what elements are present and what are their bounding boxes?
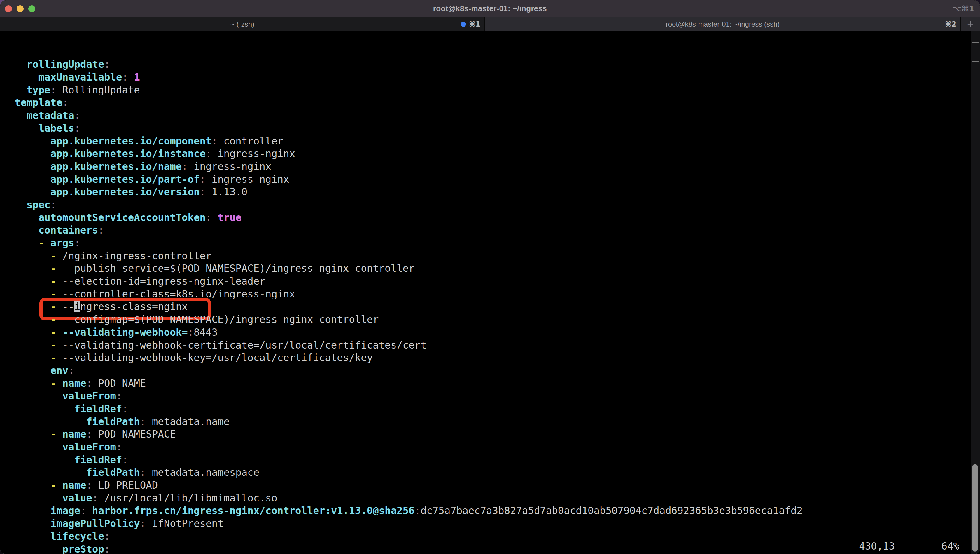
scrollbar-search-mark	[972, 61, 978, 62]
window-title: root@k8s-master-01: ~/ingress	[0, 4, 980, 13]
terminal-line: metadata:	[3, 109, 980, 122]
terminal-line: - --election-id=ingress-nginx-leader	[3, 275, 980, 288]
terminal-line: fieldPath: metadata.namespace	[3, 466, 980, 479]
cursor-position: 430,13	[859, 540, 895, 553]
terminal-line: maxUnavailable: 1	[3, 71, 980, 84]
terminal-window: root@k8s-master-01: ~/ingress ⌥⌘1 ~ (-zs…	[0, 0, 980, 554]
scroll-percent: 64%	[942, 540, 959, 553]
terminal-line: - name: POD_NAME	[3, 377, 980, 390]
scrollbar-track[interactable]	[970, 31, 980, 554]
new-tab-button[interactable]: +	[961, 17, 980, 31]
terminal-line: app.kubernetes.io/instance: ingress-ngin…	[3, 147, 980, 160]
title-bar[interactable]: root@k8s-master-01: ~/ingress ⌥⌘1	[0, 0, 980, 17]
terminal-lines: rollingUpdate: maxUnavailable: 1 type: R…	[3, 58, 980, 554]
terminal-line: image: harbor.frps.cn/ingress-nginx/cont…	[3, 505, 980, 517]
terminal-line: - --configmap=$(POD_NAMESPACE)/ingress-n…	[3, 313, 980, 326]
terminal-line: labels:	[3, 122, 980, 135]
terminal-line: fieldRef:	[3, 402, 980, 415]
terminal-line: app.kubernetes.io/component: controller	[3, 135, 980, 148]
terminal-line: rollingUpdate:	[3, 58, 980, 71]
terminal-line: automountServiceAccountToken: true	[3, 211, 980, 224]
terminal-line: type: RollingUpdate	[3, 84, 980, 97]
plus-icon: +	[967, 18, 974, 30]
terminal-line: env:	[3, 364, 980, 377]
terminal-line: - --validating-webhook=:8443	[3, 326, 980, 339]
terminal-line: - name: LD_PRELOAD	[3, 479, 980, 492]
tab-shortcut-badge: ⌘1	[469, 20, 480, 28]
tab-zsh[interactable]: ~ (-zsh) ⌘1	[0, 17, 485, 31]
search-cursor: i	[75, 301, 80, 312]
terminal-line: - /nginx-ingress-controller	[3, 249, 980, 262]
vim-status-line: /ingress-class 430,13 64%	[3, 540, 968, 553]
terminal-line: fieldPath: metadata.name	[3, 415, 980, 428]
terminal-line: - --validating-webhook-key=/usr/local/ce…	[3, 351, 980, 364]
terminal-line: - --publish-service=$(POD_NAMESPACE)/ing…	[3, 262, 980, 275]
zoom-button[interactable]	[28, 5, 35, 12]
terminal-line: app.kubernetes.io/part-of: ingress-nginx	[3, 173, 980, 186]
scrollbar-thumb[interactable]	[972, 464, 978, 552]
window-shortcut-badge: ⌥⌘1	[953, 0, 974, 17]
terminal-line: valueFrom:	[3, 390, 980, 402]
terminal-line: template:	[3, 96, 980, 109]
terminal-line: - name: POD_NAMESPACE	[3, 428, 980, 441]
tab-shortcut-badge: ⌘2	[945, 20, 956, 28]
terminal-line: containers:	[3, 224, 980, 237]
terminal-screen[interactable]: rollingUpdate: maxUnavailable: 1 type: R…	[0, 31, 980, 554]
terminal-line: - --ingress-class=nginx	[3, 300, 980, 313]
tab-label: root@k8s-master-01: ~/ingress (ssh)	[666, 20, 780, 28]
terminal-line: - --controller-class=k8s.io/ingress-ngin…	[3, 288, 980, 301]
terminal-line: value: /usr/local/lib/libmimalloc.so	[3, 492, 980, 505]
tab-label: ~ (-zsh)	[231, 20, 255, 28]
minimize-button[interactable]	[17, 5, 24, 12]
unread-dot-icon	[461, 22, 466, 27]
tab-ssh-ingress[interactable]: root@k8s-master-01: ~/ingress (ssh) ⌘2	[485, 17, 961, 31]
terminal-line: valueFrom:	[3, 441, 980, 453]
terminal-line: - args:	[3, 237, 980, 249]
terminal-line: fieldRef:	[3, 453, 980, 466]
scrollbar-search-mark	[972, 42, 978, 43]
window-controls	[5, 0, 35, 17]
tab-bar: ~ (-zsh) ⌘1 root@k8s-master-01: ~/ingres…	[0, 17, 980, 31]
terminal-line: spec:	[3, 198, 980, 211]
terminal-line: imagePullPolicy: IfNotPresent	[3, 517, 980, 530]
close-button[interactable]	[5, 5, 12, 12]
terminal-line: app.kubernetes.io/name: ingress-nginx	[3, 160, 980, 173]
terminal-line: app.kubernetes.io/version: 1.13.0	[3, 186, 980, 198]
terminal-line: - --validating-webhook-certificate=/usr/…	[3, 339, 980, 352]
